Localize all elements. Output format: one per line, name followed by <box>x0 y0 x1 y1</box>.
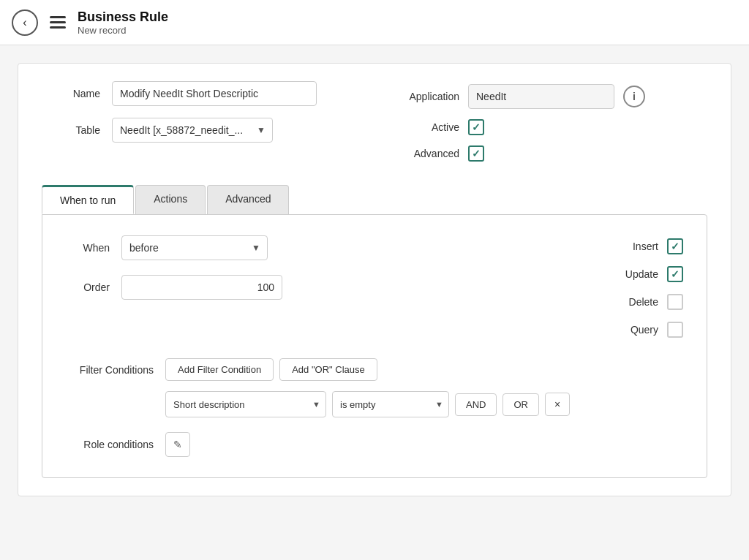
tabs-container: When to run Actions Advanced When before <box>42 185 707 478</box>
add-filter-condition-button[interactable]: Add Filter Condition <box>165 358 274 381</box>
when-grid: When before after async ▼ <box>66 235 683 338</box>
condition-operator-select[interactable]: is empty is not empty contains <box>332 391 449 417</box>
tab-advanced[interactable]: Advanced <box>207 185 289 214</box>
name-label: Name <box>42 88 100 99</box>
filter-buttons: Add Filter Condition Add "OR" Clause <box>165 358 683 381</box>
advanced-checkbox[interactable] <box>468 145 484 162</box>
page-title: Business Rule <box>78 10 168 25</box>
update-row: Update <box>614 266 683 282</box>
form-top-section: Name Table NeedIt [x_58872_needit_... ▼ <box>42 81 707 162</box>
when-right-section: Insert Update Delete Query <box>614 235 683 338</box>
when-label: When <box>66 242 110 254</box>
role-conditions-section: Role conditions ✎ <box>66 432 683 457</box>
role-conditions-label: Role conditions <box>66 439 154 450</box>
active-label: Active <box>386 121 459 133</box>
filter-conditions-section: Filter Conditions Add Filter Condition A… <box>66 358 683 417</box>
filter-conditions-label: Filter Conditions <box>66 358 154 376</box>
table-select-wrapper: NeedIt [x_58872_needit_... ▼ <box>112 118 273 143</box>
remove-condition-button[interactable]: × <box>545 393 570 416</box>
advanced-label: Advanced <box>386 148 459 159</box>
table-field-row: Table NeedIt [x_58872_needit_... ▼ <box>42 118 363 143</box>
order-label: Order <box>66 281 110 293</box>
update-label: Update <box>614 268 658 280</box>
name-field-row: Name <box>42 81 363 106</box>
insert-row: Insert <box>614 238 683 254</box>
tab-when-to-run[interactable]: When to run <box>42 185 134 214</box>
delete-row: Delete <box>614 294 683 310</box>
order-input[interactable] <box>121 275 282 300</box>
condition-operator-wrapper: is empty is not empty contains ▼ <box>332 391 449 417</box>
add-or-clause-button[interactable]: Add "OR" Clause <box>279 358 377 381</box>
when-select-wrapper: before after async ▼ <box>121 235 268 260</box>
tab-actions[interactable]: Actions <box>135 185 206 214</box>
update-checkbox[interactable] <box>667 266 683 282</box>
query-label: Query <box>614 324 658 336</box>
delete-label: Delete <box>614 296 658 308</box>
or-button[interactable]: OR <box>503 393 539 416</box>
and-button[interactable]: AND <box>455 393 497 416</box>
tab-content-when-to-run: When before after async ▼ <box>42 214 707 478</box>
name-input[interactable] <box>112 81 317 106</box>
application-label: Application <box>386 91 459 102</box>
order-field-row: Order <box>66 275 579 300</box>
condition-field-select[interactable]: Short description <box>165 391 326 417</box>
delete-checkbox[interactable] <box>667 294 683 310</box>
role-edit-button[interactable]: ✎ <box>165 432 190 457</box>
when-field-row: When before after async ▼ <box>66 235 579 260</box>
table-select[interactable]: NeedIt [x_58872_needit_... <box>112 118 273 143</box>
when-select[interactable]: before after async <box>121 235 268 260</box>
filter-condition-row: Short description ▼ is empty is not empt… <box>165 391 683 417</box>
form-right-column: Application NeedIt i Active Advanced <box>386 81 707 162</box>
header-title-group: Business Rule New record <box>78 10 168 36</box>
query-checkbox[interactable] <box>667 322 683 338</box>
query-row: Query <box>614 322 683 338</box>
info-button[interactable]: i <box>623 86 645 107</box>
main-content: Name Table NeedIt [x_58872_needit_... ▼ <box>0 45 749 560</box>
filter-content: Add Filter Condition Add "OR" Clause Sho… <box>165 358 683 417</box>
form-card: Name Table NeedIt [x_58872_needit_... ▼ <box>18 63 731 496</box>
form-left-column: Name Table NeedIt [x_58872_needit_... ▼ <box>42 81 363 162</box>
insert-label: Insert <box>614 241 658 252</box>
condition-field-wrapper: Short description ▼ <box>165 391 326 417</box>
app-header: ‹ Business Rule New record <box>0 0 749 45</box>
back-button[interactable]: ‹ <box>12 10 38 36</box>
hamburger-menu[interactable] <box>50 16 66 29</box>
advanced-field-row: Advanced <box>386 145 707 162</box>
application-value: NeedIt <box>468 84 614 109</box>
application-field-row: Application NeedIt i <box>386 84 707 109</box>
insert-checkbox[interactable] <box>667 238 683 254</box>
when-left-section: When before after async ▼ <box>66 235 579 338</box>
active-field-row: Active <box>386 119 707 135</box>
table-label: Table <box>42 124 100 136</box>
tabs-header: When to run Actions Advanced <box>42 185 707 214</box>
active-checkbox[interactable] <box>468 119 484 135</box>
page-subtitle: New record <box>78 25 168 36</box>
